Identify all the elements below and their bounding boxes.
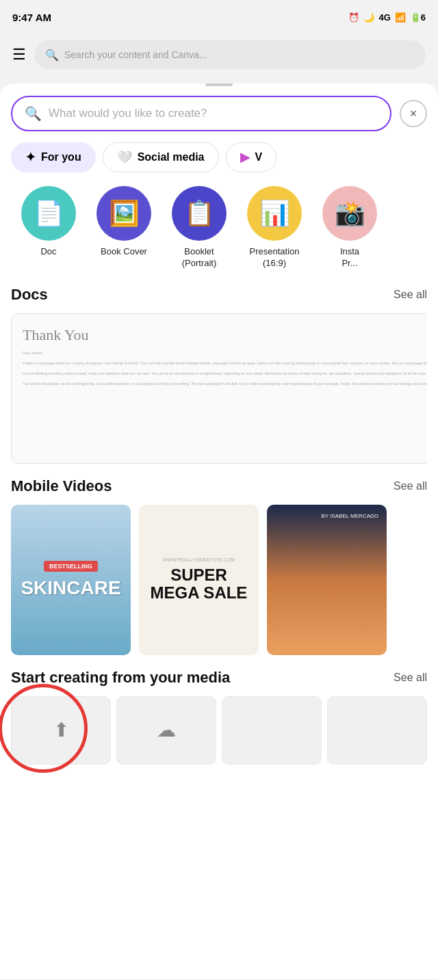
status-bar: 9:47 AM ⏰ 🌙 4G 📶 🔋6 bbox=[0, 0, 438, 34]
search-bar[interactable]: 🔍 What would you like to create? bbox=[11, 96, 391, 131]
insta-icon: 📸 bbox=[335, 199, 365, 228]
media-cell-upload-device[interactable]: ⬆ bbox=[11, 696, 111, 765]
booklet-icon: 📋 bbox=[184, 199, 215, 228]
template-item-presentation[interactable]: 📊 Presentation(16:9) bbox=[237, 186, 312, 269]
book-cover-icon: 🖼️ bbox=[109, 199, 140, 228]
alarm-icon: ⏰ bbox=[348, 12, 359, 23]
docs-section-title: Docs bbox=[11, 286, 48, 304]
template-item-doc[interactable]: 📄 Doc bbox=[11, 186, 86, 269]
presentation-icon-circle: 📊 bbox=[247, 186, 302, 241]
doc-icon-circle: 📄 bbox=[21, 186, 76, 241]
doc-card-thank-you[interactable]: Thank You Dear Juliana, A letter is a me… bbox=[11, 313, 427, 464]
mobile-videos-see-all[interactable]: See all bbox=[394, 480, 427, 492]
pill-video[interactable]: ▶ V bbox=[226, 142, 277, 172]
booklet-icon-circle: 📋 bbox=[172, 186, 227, 241]
presentation-label: Presentation(16:9) bbox=[250, 246, 300, 269]
pill-label-for-you: For you bbox=[41, 151, 81, 163]
docs-see-all[interactable]: See all bbox=[394, 289, 427, 301]
template-item-booklet[interactable]: 📋 Booklet(Portrait) bbox=[162, 186, 237, 269]
video-card-skincare[interactable]: BESTSELLING SKINCARE bbox=[11, 505, 131, 655]
moon-icon: 🌙 bbox=[363, 12, 374, 23]
doc-label: Doc bbox=[40, 246, 56, 258]
pill-label-social-media: Social media bbox=[138, 151, 205, 163]
book-cover-icon-circle: 🖼️ bbox=[96, 186, 151, 241]
cloud-upload-icon: ☁ bbox=[157, 719, 176, 741]
sunset-card-label: BY ISABEL MERCADO bbox=[267, 505, 387, 527]
thank-you-card-inner: Thank You Dear Juliana, A letter is a me… bbox=[12, 314, 427, 463]
pill-social-media[interactable]: 🤍 Social media bbox=[103, 142, 219, 172]
presentation-icon: 📊 bbox=[259, 199, 290, 228]
docs-section-header: Docs See all bbox=[11, 286, 427, 304]
media-grid: ⬆ ☁ bbox=[11, 696, 427, 765]
media-cell-wrapper-upload: ⬆ bbox=[11, 696, 111, 765]
video-icon: ▶ bbox=[240, 150, 250, 165]
mobile-videos-section: Mobile Videos See all BESTSELLING SKINCA… bbox=[0, 477, 438, 669]
mega-sale-title: SUPERMEGA SALE bbox=[151, 566, 248, 602]
pill-for-you[interactable]: ✦ For you bbox=[11, 142, 96, 172]
app-search-bar[interactable]: 🔍 Search your content and Canva... bbox=[34, 40, 426, 69]
media-cell-empty-2[interactable] bbox=[327, 696, 427, 765]
mobile-videos-cards-row: BESTSELLING SKINCARE WWW.REALLYGREATSITE… bbox=[11, 505, 427, 655]
thank-you-body: Dear Juliana, A letter is a message writ… bbox=[23, 351, 427, 387]
mobile-videos-title: Mobile Videos bbox=[11, 477, 112, 495]
bottom-sheet: 🔍 What would you like to create? × ✦ For… bbox=[0, 83, 438, 979]
template-types-row: 📄 Doc 🖼️ Book Cover 📋 Booklet(Portrait) … bbox=[0, 186, 438, 286]
insta-icon-circle: 📸 bbox=[322, 186, 377, 241]
docs-cards-row: Thank You Dear Juliana, A letter is a me… bbox=[11, 313, 427, 464]
media-section-header: Start creating from your media See all bbox=[11, 669, 427, 687]
video-card-mega-sale[interactable]: WWW.REALLYGREATSITE.COM SUPERMEGA SALE bbox=[139, 505, 259, 655]
media-section: Start creating from your media See all ⬆… bbox=[0, 669, 438, 778]
signal-icon: 📶 bbox=[395, 12, 406, 23]
sheet-handle bbox=[205, 83, 233, 86]
docs-section: Docs See all Thank You Dear Juliana, A l… bbox=[0, 286, 438, 477]
network-icon: 4G bbox=[378, 12, 390, 23]
media-section-title: Start creating from your media bbox=[11, 669, 230, 687]
media-see-all[interactable]: See all bbox=[394, 672, 427, 684]
search-icon: 🔍 bbox=[45, 49, 59, 62]
mobile-videos-header: Mobile Videos See all bbox=[11, 477, 427, 495]
booklet-label: Booklet(Portrait) bbox=[182, 246, 217, 269]
sparkle-icon: ✦ bbox=[25, 150, 36, 165]
status-icons: ⏰ 🌙 4G 📶 🔋6 bbox=[348, 12, 426, 23]
close-button[interactable]: × bbox=[400, 100, 427, 127]
media-cell-cloud-upload[interactable]: ☁ bbox=[116, 696, 216, 765]
app-search-label: Search your content and Canva... bbox=[64, 49, 207, 60]
mega-sale-url: WWW.REALLYGREATSITE.COM bbox=[163, 557, 235, 562]
template-item-book-cover[interactable]: 🖼️ Book Cover bbox=[86, 186, 162, 269]
battery-icon: 🔋6 bbox=[410, 12, 426, 23]
categories-row: ✦ For you 🤍 Social media ▶ V bbox=[0, 142, 438, 186]
search-container: 🔍 What would you like to create? × bbox=[0, 96, 438, 142]
insta-label: InstaPr... bbox=[340, 246, 359, 269]
skincare-title: SKINCARE bbox=[21, 577, 120, 599]
close-icon: × bbox=[410, 107, 417, 121]
search-bar-icon: 🔍 bbox=[25, 105, 42, 122]
heart-icon: 🤍 bbox=[117, 150, 132, 165]
book-cover-label: Book Cover bbox=[101, 246, 147, 258]
video-card-sunset[interactable]: BY ISABEL MERCADO bbox=[267, 505, 387, 655]
skincare-badge: BESTSELLING bbox=[44, 561, 98, 572]
thank-you-title: Thank You bbox=[23, 326, 89, 344]
media-cell-empty-1[interactable] bbox=[222, 696, 322, 765]
template-item-insta[interactable]: 📸 InstaPr... bbox=[312, 186, 387, 269]
search-input-placeholder: What would you like to create? bbox=[49, 107, 378, 120]
upload-device-icon: ⬆ bbox=[53, 719, 69, 741]
doc-icon: 📄 bbox=[34, 199, 64, 228]
hamburger-icon[interactable]: ☰ bbox=[12, 46, 26, 64]
app-bar: ☰ 🔍 Search your content and Canva... bbox=[0, 34, 438, 75]
status-time: 9:47 AM bbox=[12, 12, 51, 23]
pill-label-video: V bbox=[255, 151, 263, 163]
